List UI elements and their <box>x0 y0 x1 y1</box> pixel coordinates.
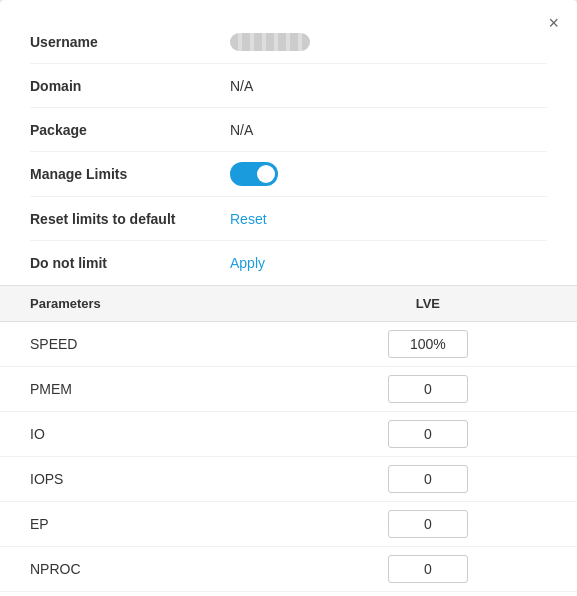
param-input-cell <box>279 412 577 457</box>
param-name-cell: SPEED <box>0 322 279 367</box>
domain-label: Domain <box>30 78 230 94</box>
param-input-cell <box>279 547 577 592</box>
param-input-cell <box>279 502 577 547</box>
manage-limits-toggle[interactable] <box>230 162 278 186</box>
params-body: SPEEDPMEMIOIOPSEPNPROC <box>0 322 577 592</box>
reset-button[interactable]: Reset <box>230 211 267 227</box>
username-row: Username <box>30 20 547 64</box>
table-row: NPROC <box>0 547 577 592</box>
domain-row: Domain N/A <box>30 64 547 108</box>
table-row: SPEED <box>0 322 577 367</box>
close-button[interactable]: × <box>544 10 563 36</box>
table-row: IOPS <box>0 457 577 502</box>
param-value-input[interactable] <box>388 420 468 448</box>
domain-value: N/A <box>230 78 253 94</box>
param-value-input[interactable] <box>388 555 468 583</box>
table-row: EP <box>0 502 577 547</box>
package-value: N/A <box>230 122 253 138</box>
param-name-cell: IO <box>0 412 279 457</box>
reset-limits-row: Reset limits to default Reset <box>30 197 547 241</box>
form-section: Username Domain N/A Package N/A Manage L… <box>0 0 577 285</box>
params-table: Parameters LVE SPEEDPMEMIOIOPSEPNPROC <box>0 285 577 592</box>
edit-user-dialog: × Username Domain N/A Package N/A Manage… <box>0 0 577 596</box>
param-value-input[interactable] <box>388 510 468 538</box>
username-label: Username <box>30 34 230 50</box>
do-not-limit-row: Do not limit Apply <box>30 241 547 285</box>
table-row: IO <box>0 412 577 457</box>
lve-col-header: LVE <box>279 286 577 322</box>
param-input-cell <box>279 322 577 367</box>
params-header: Parameters LVE <box>0 286 577 322</box>
param-name-cell: PMEM <box>0 367 279 412</box>
package-row: Package N/A <box>30 108 547 152</box>
close-icon: × <box>548 13 559 33</box>
param-name-cell: EP <box>0 502 279 547</box>
param-value-input[interactable] <box>388 465 468 493</box>
param-value-input[interactable] <box>388 330 468 358</box>
param-input-cell <box>279 367 577 412</box>
table-row: PMEM <box>0 367 577 412</box>
toggle-slider <box>230 162 278 186</box>
do-not-limit-label: Do not limit <box>30 255 230 271</box>
manage-limits-label: Manage Limits <box>30 166 230 182</box>
package-label: Package <box>30 122 230 138</box>
manage-limits-row: Manage Limits <box>30 152 547 197</box>
param-name-cell: IOPS <box>0 457 279 502</box>
params-col-header: Parameters <box>0 286 279 322</box>
reset-limits-label: Reset limits to default <box>30 211 230 227</box>
apply-button[interactable]: Apply <box>230 255 265 271</box>
param-input-cell <box>279 457 577 502</box>
username-value <box>230 33 310 51</box>
param-name-cell: NPROC <box>0 547 279 592</box>
dialog-footer: CANCEL SAVE <box>0 592 577 596</box>
param-value-input[interactable] <box>388 375 468 403</box>
